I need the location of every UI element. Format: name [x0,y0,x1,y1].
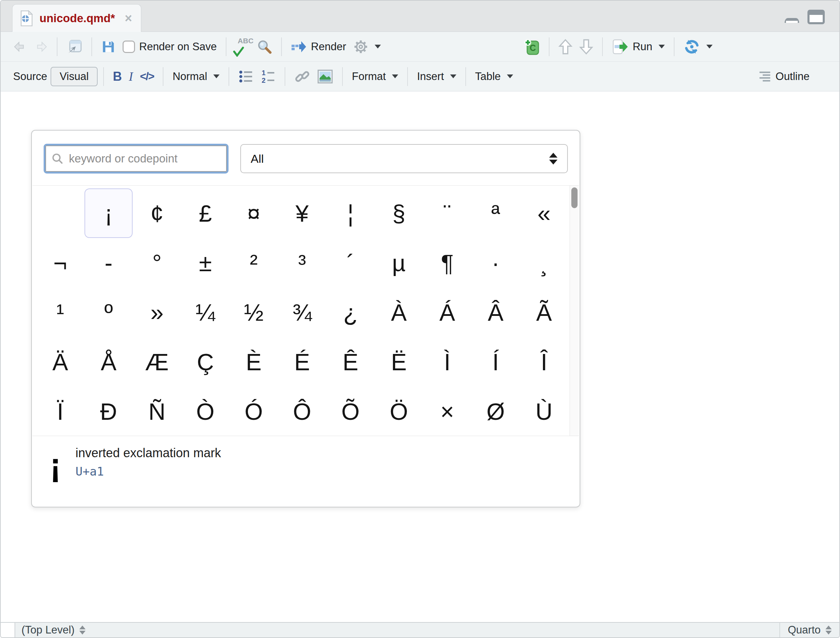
char-cell[interactable]: Å [84,337,133,387]
char-cell[interactable]: ¿ [326,287,375,337]
char-cell[interactable]: ½ [230,287,278,337]
char-cell[interactable]: Ô [278,387,327,436]
visual-mode-button[interactable]: Visual [51,67,98,86]
scrollbar-thumb[interactable] [571,187,578,208]
spellcheck-button[interactable]: ABC [232,37,253,57]
char-cell[interactable]: º [84,287,133,337]
maximize-pane-icon[interactable] [807,10,825,24]
gear-icon [353,39,368,54]
char-cell[interactable]: Ã [520,287,568,337]
code-button[interactable]: </> [136,70,157,83]
editor-canvas[interactable]: All ¡¢£¤¥¦§¨ª«¬-°±²³´µ¶·¸¹º»¼½¾¿ÀÁÂÃÄÅÆÇ… [1,92,839,624]
filetype-selector[interactable]: Quarto [779,623,839,637]
char-cell[interactable]: « [520,188,568,238]
char-cell[interactable]: É [278,337,327,387]
char-cell[interactable]: À [375,287,423,337]
char-cell[interactable]: Á [423,287,472,337]
char-cell[interactable]: ³ [278,238,327,287]
format-menu[interactable]: Format [348,70,402,83]
run-button[interactable]: Run [608,39,668,55]
char-cell[interactable]: ¤ [230,188,278,238]
char-cell[interactable]: È [230,337,278,387]
character-preview: ¡ inverted exclamation mark U+a1 [32,435,579,507]
char-cell[interactable]: ± [181,238,230,287]
char-cell[interactable]: ª [472,188,520,238]
char-cell[interactable]: ¾ [278,287,327,337]
insert-chunk-button[interactable]: C [520,38,543,55]
char-cell[interactable]: Õ [326,387,375,436]
source-mode-button[interactable]: Source [10,70,51,83]
outline-toggle[interactable]: Outline [755,70,813,83]
char-cell[interactable]: ¥ [278,188,327,238]
save-button[interactable] [98,39,119,54]
insert-menu[interactable]: Insert [414,70,460,83]
char-cell[interactable]: Ë [375,337,423,387]
checkbox-box[interactable] [123,41,135,53]
symbol-search-field [44,144,229,174]
table-menu[interactable]: Table [472,70,516,83]
render-options-button[interactable] [350,39,384,54]
char-cell[interactable]: Ò [181,387,230,436]
char-cell[interactable]: µ [375,238,423,287]
forward-button[interactable] [30,40,51,53]
paragraph-style-dropdown[interactable]: Normal [169,70,223,83]
symbol-category-select[interactable]: All [240,144,568,173]
italic-button[interactable]: I [125,69,136,84]
char-cell[interactable]: × [423,387,472,436]
char-cell[interactable]: Ø [472,387,520,436]
svg-text:C: C [530,43,536,53]
link-button[interactable] [291,69,314,84]
numbered-list-button[interactable]: 1 2 [257,69,279,84]
char-cell[interactable]: ¢ [133,188,181,238]
char-cell[interactable]: ¡ [84,188,133,238]
char-cell[interactable]: ¬ [36,238,84,287]
char-cell[interactable]: ¹ [36,287,84,337]
next-chunk-button[interactable] [576,38,597,55]
bullet-list-button[interactable] [235,69,257,84]
char-cell[interactable]: Ä [36,337,84,387]
char-cell[interactable]: ´ [326,238,375,287]
open-in-new-window-button[interactable] [63,39,86,54]
tab-close-icon[interactable]: × [125,12,132,25]
tab-unicode-qmd[interactable]: unicode.qmd* × [12,4,141,32]
char-cell[interactable]: » [133,287,181,337]
minimize-pane-icon[interactable] [783,17,801,24]
char-cell[interactable]: Ó [230,387,278,436]
previous-chunk-button[interactable] [555,38,576,55]
char-cell[interactable]: Ñ [133,387,181,436]
char-cell[interactable]: Æ [133,337,181,387]
scrollbar-track[interactable] [570,186,579,436]
char-cell[interactable]: ¨ [423,188,472,238]
char-cell[interactable]: Î [520,337,568,387]
char-cell[interactable]: ² [230,238,278,287]
char-cell[interactable]: Ù [520,387,568,436]
char-cell[interactable]: Ì [423,337,472,387]
scope-selector[interactable]: (Top Level) [15,624,85,636]
char-cell[interactable]: ° [133,238,181,287]
tab-title: unicode.qmd* [39,12,115,25]
char-cell[interactable]: Â [472,287,520,337]
char-cell[interactable]: · [472,238,520,287]
char-cell[interactable] [36,188,84,238]
image-button[interactable] [314,69,336,84]
char-cell[interactable]: Í [472,337,520,387]
char-cell[interactable]: Ê [326,337,375,387]
find-replace-button[interactable] [253,39,276,54]
char-cell[interactable]: - [84,238,133,287]
char-cell[interactable]: Ð [84,387,133,436]
bold-button[interactable]: B [109,69,125,84]
char-cell[interactable]: £ [181,188,230,238]
char-cell[interactable]: ¼ [181,287,230,337]
render-button[interactable]: Render [287,40,350,54]
char-cell[interactable]: Ö [375,387,423,436]
char-cell[interactable]: Ç [181,337,230,387]
render-on-save-checkbox[interactable]: Render on Save [119,41,220,53]
search-input[interactable] [69,152,214,165]
char-cell[interactable]: § [375,188,423,238]
char-cell[interactable]: ¸ [520,238,568,287]
back-button[interactable] [10,40,30,53]
char-cell[interactable]: ¶ [423,238,472,287]
char-cell[interactable]: ¦ [326,188,375,238]
source-document-button[interactable] [680,39,716,55]
char-cell[interactable]: Ï [36,387,84,436]
